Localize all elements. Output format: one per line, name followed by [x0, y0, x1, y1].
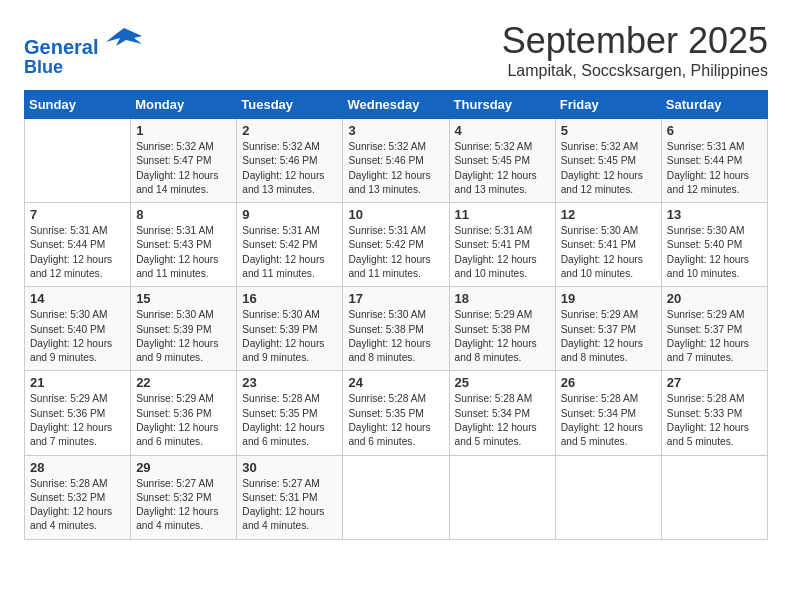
day-number: 5 — [561, 123, 656, 138]
day-number: 11 — [455, 207, 550, 222]
calendar-cell: 8Sunrise: 5:31 AMSunset: 5:43 PMDaylight… — [131, 203, 237, 287]
day-number: 10 — [348, 207, 443, 222]
calendar-cell: 21Sunrise: 5:29 AMSunset: 5:36 PMDayligh… — [25, 371, 131, 455]
calendar-cell — [555, 455, 661, 539]
calendar-week-row: 7Sunrise: 5:31 AMSunset: 5:44 PMDaylight… — [25, 203, 768, 287]
calendar-cell: 29Sunrise: 5:27 AMSunset: 5:32 PMDayligh… — [131, 455, 237, 539]
cell-details: Sunrise: 5:28 AMSunset: 5:34 PMDaylight:… — [455, 393, 537, 447]
calendar-cell: 7Sunrise: 5:31 AMSunset: 5:44 PMDaylight… — [25, 203, 131, 287]
calendar-cell: 4Sunrise: 5:32 AMSunset: 5:45 PMDaylight… — [449, 119, 555, 203]
calendar-cell: 16Sunrise: 5:30 AMSunset: 5:39 PMDayligh… — [237, 287, 343, 371]
weekday-header: Tuesday — [237, 91, 343, 119]
cell-details: Sunrise: 5:31 AMSunset: 5:44 PMDaylight:… — [30, 225, 112, 279]
day-number: 9 — [242, 207, 337, 222]
day-number: 4 — [455, 123, 550, 138]
calendar-cell: 24Sunrise: 5:28 AMSunset: 5:35 PMDayligh… — [343, 371, 449, 455]
calendar-table: SundayMondayTuesdayWednesdayThursdayFrid… — [24, 90, 768, 540]
calendar-cell: 2Sunrise: 5:32 AMSunset: 5:46 PMDaylight… — [237, 119, 343, 203]
calendar-cell: 28Sunrise: 5:28 AMSunset: 5:32 PMDayligh… — [25, 455, 131, 539]
cell-details: Sunrise: 5:30 AMSunset: 5:41 PMDaylight:… — [561, 225, 643, 279]
cell-details: Sunrise: 5:29 AMSunset: 5:37 PMDaylight:… — [667, 309, 749, 363]
calendar-cell: 14Sunrise: 5:30 AMSunset: 5:40 PMDayligh… — [25, 287, 131, 371]
calendar-week-row: 28Sunrise: 5:28 AMSunset: 5:32 PMDayligh… — [25, 455, 768, 539]
calendar-body: 1Sunrise: 5:32 AMSunset: 5:47 PMDaylight… — [25, 119, 768, 540]
calendar-cell: 18Sunrise: 5:29 AMSunset: 5:38 PMDayligh… — [449, 287, 555, 371]
calendar-cell: 27Sunrise: 5:28 AMSunset: 5:33 PMDayligh… — [661, 371, 767, 455]
cell-details: Sunrise: 5:28 AMSunset: 5:35 PMDaylight:… — [242, 393, 324, 447]
day-number: 30 — [242, 460, 337, 475]
calendar-cell: 10Sunrise: 5:31 AMSunset: 5:42 PMDayligh… — [343, 203, 449, 287]
calendar-cell: 6Sunrise: 5:31 AMSunset: 5:44 PMDaylight… — [661, 119, 767, 203]
calendar-cell: 30Sunrise: 5:27 AMSunset: 5:31 PMDayligh… — [237, 455, 343, 539]
cell-details: Sunrise: 5:30 AMSunset: 5:39 PMDaylight:… — [242, 309, 324, 363]
calendar-week-row: 14Sunrise: 5:30 AMSunset: 5:40 PMDayligh… — [25, 287, 768, 371]
logo-bird-icon — [106, 24, 142, 54]
calendar-cell: 17Sunrise: 5:30 AMSunset: 5:38 PMDayligh… — [343, 287, 449, 371]
day-number: 28 — [30, 460, 125, 475]
calendar-cell: 5Sunrise: 5:32 AMSunset: 5:45 PMDaylight… — [555, 119, 661, 203]
logo-text: General — [24, 24, 142, 58]
cell-details: Sunrise: 5:29 AMSunset: 5:38 PMDaylight:… — [455, 309, 537, 363]
cell-details: Sunrise: 5:31 AMSunset: 5:42 PMDaylight:… — [242, 225, 324, 279]
calendar-cell — [343, 455, 449, 539]
day-number: 15 — [136, 291, 231, 306]
day-number: 22 — [136, 375, 231, 390]
day-number: 21 — [30, 375, 125, 390]
cell-details: Sunrise: 5:29 AMSunset: 5:37 PMDaylight:… — [561, 309, 643, 363]
cell-details: Sunrise: 5:28 AMSunset: 5:32 PMDaylight:… — [30, 478, 112, 532]
cell-details: Sunrise: 5:27 AMSunset: 5:31 PMDaylight:… — [242, 478, 324, 532]
calendar-cell: 22Sunrise: 5:29 AMSunset: 5:36 PMDayligh… — [131, 371, 237, 455]
svg-marker-0 — [106, 28, 142, 46]
calendar-cell: 15Sunrise: 5:30 AMSunset: 5:39 PMDayligh… — [131, 287, 237, 371]
day-number: 13 — [667, 207, 762, 222]
calendar-cell: 13Sunrise: 5:30 AMSunset: 5:40 PMDayligh… — [661, 203, 767, 287]
weekday-header: Saturday — [661, 91, 767, 119]
cell-details: Sunrise: 5:32 AMSunset: 5:46 PMDaylight:… — [348, 141, 430, 195]
cell-details: Sunrise: 5:32 AMSunset: 5:47 PMDaylight:… — [136, 141, 218, 195]
calendar-cell: 20Sunrise: 5:29 AMSunset: 5:37 PMDayligh… — [661, 287, 767, 371]
day-number: 16 — [242, 291, 337, 306]
cell-details: Sunrise: 5:28 AMSunset: 5:35 PMDaylight:… — [348, 393, 430, 447]
day-number: 12 — [561, 207, 656, 222]
day-number: 19 — [561, 291, 656, 306]
calendar-cell: 12Sunrise: 5:30 AMSunset: 5:41 PMDayligh… — [555, 203, 661, 287]
calendar-cell: 19Sunrise: 5:29 AMSunset: 5:37 PMDayligh… — [555, 287, 661, 371]
calendar-cell: 26Sunrise: 5:28 AMSunset: 5:34 PMDayligh… — [555, 371, 661, 455]
day-number: 29 — [136, 460, 231, 475]
day-number: 1 — [136, 123, 231, 138]
calendar-cell: 11Sunrise: 5:31 AMSunset: 5:41 PMDayligh… — [449, 203, 555, 287]
calendar-cell: 25Sunrise: 5:28 AMSunset: 5:34 PMDayligh… — [449, 371, 555, 455]
day-number: 2 — [242, 123, 337, 138]
cell-details: Sunrise: 5:29 AMSunset: 5:36 PMDaylight:… — [30, 393, 112, 447]
day-number: 7 — [30, 207, 125, 222]
calendar-week-row: 21Sunrise: 5:29 AMSunset: 5:36 PMDayligh… — [25, 371, 768, 455]
cell-details: Sunrise: 5:30 AMSunset: 5:38 PMDaylight:… — [348, 309, 430, 363]
day-number: 18 — [455, 291, 550, 306]
month-title: September 2025 — [502, 20, 768, 62]
cell-details: Sunrise: 5:32 AMSunset: 5:45 PMDaylight:… — [561, 141, 643, 195]
day-number: 27 — [667, 375, 762, 390]
title-area: September 2025 Lampitak, Soccsksargen, P… — [502, 20, 768, 80]
cell-details: Sunrise: 5:28 AMSunset: 5:34 PMDaylight:… — [561, 393, 643, 447]
weekday-header: Sunday — [25, 91, 131, 119]
cell-details: Sunrise: 5:27 AMSunset: 5:32 PMDaylight:… — [136, 478, 218, 532]
day-number: 3 — [348, 123, 443, 138]
calendar-cell — [25, 119, 131, 203]
day-number: 8 — [136, 207, 231, 222]
calendar-header: SundayMondayTuesdayWednesdayThursdayFrid… — [25, 91, 768, 119]
weekday-header: Thursday — [449, 91, 555, 119]
cell-details: Sunrise: 5:32 AMSunset: 5:45 PMDaylight:… — [455, 141, 537, 195]
calendar-cell: 23Sunrise: 5:28 AMSunset: 5:35 PMDayligh… — [237, 371, 343, 455]
day-number: 24 — [348, 375, 443, 390]
weekday-header: Monday — [131, 91, 237, 119]
cell-details: Sunrise: 5:30 AMSunset: 5:40 PMDaylight:… — [30, 309, 112, 363]
cell-details: Sunrise: 5:31 AMSunset: 5:44 PMDaylight:… — [667, 141, 749, 195]
day-number: 17 — [348, 291, 443, 306]
weekday-header: Friday — [555, 91, 661, 119]
day-number: 6 — [667, 123, 762, 138]
day-number: 20 — [667, 291, 762, 306]
calendar-cell: 1Sunrise: 5:32 AMSunset: 5:47 PMDaylight… — [131, 119, 237, 203]
cell-details: Sunrise: 5:30 AMSunset: 5:39 PMDaylight:… — [136, 309, 218, 363]
cell-details: Sunrise: 5:29 AMSunset: 5:36 PMDaylight:… — [136, 393, 218, 447]
page-header: General Blue September 2025 Lampitak, So… — [24, 20, 768, 80]
